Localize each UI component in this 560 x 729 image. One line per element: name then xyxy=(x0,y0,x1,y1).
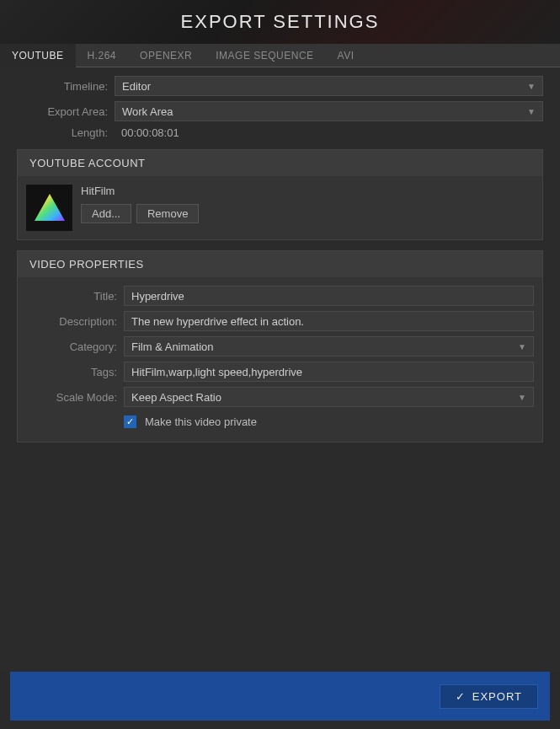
title-label: Title: xyxy=(26,290,117,303)
category-value: Film & Animation xyxy=(131,340,214,353)
timeline-select[interactable]: Editor ▼ xyxy=(115,76,543,96)
check-icon: ✓ xyxy=(126,416,134,427)
title-input[interactable]: Hyperdrive xyxy=(124,286,534,306)
tab-openexr[interactable]: OPENEXR xyxy=(128,44,204,67)
tab-avi[interactable]: AVI xyxy=(326,44,366,67)
footer-bar: ✓ EXPORT xyxy=(10,672,550,721)
length-value: 00:00:08:01 xyxy=(115,126,179,139)
scale-mode-select[interactable]: Keep Aspect Ratio ▼ xyxy=(124,387,534,407)
account-name: HitFilm xyxy=(81,185,199,197)
svg-marker-0 xyxy=(35,194,65,221)
export-area-select[interactable]: Work Area ▼ xyxy=(115,101,543,121)
tab-image-sequence[interactable]: IMAGE SEQUENCE xyxy=(204,44,325,67)
category-label: Category: xyxy=(26,340,117,353)
private-label: Make this video private xyxy=(145,415,257,428)
remove-account-button[interactable]: Remove xyxy=(136,204,199,223)
tags-input[interactable]: HitFilm,warp,light speed,hyperdrive xyxy=(124,362,534,382)
length-label: Length: xyxy=(17,126,108,139)
content-area: Timeline: Editor ▼ Export Area: Work Are… xyxy=(0,67,560,672)
title-value: Hyperdrive xyxy=(131,290,184,303)
tags-value: HitFilm,warp,light speed,hyperdrive xyxy=(131,366,302,378)
chevron-down-icon: ▼ xyxy=(527,107,536,116)
export-area-value: Work Area xyxy=(122,105,173,118)
scale-mode-value: Keep Aspect Ratio xyxy=(131,391,221,404)
check-icon: ✓ xyxy=(456,690,466,703)
tab-h264[interactable]: H.264 xyxy=(76,44,129,67)
description-input[interactable]: The new hyperdrive effect in action. xyxy=(124,311,534,331)
tags-label: Tags: xyxy=(26,366,117,378)
add-account-button[interactable]: Add... xyxy=(81,204,131,223)
youtube-account-panel: YOUTUBE ACCOUNT xyxy=(17,149,543,240)
timeline-value: Editor xyxy=(122,80,151,93)
title-bar: EXPORT SETTINGS xyxy=(0,0,560,44)
tab-youtube[interactable]: YOUTUBE xyxy=(0,44,76,67)
private-checkbox[interactable]: ✓ xyxy=(124,415,136,428)
timeline-label: Timeline: xyxy=(17,80,108,93)
video-properties-header: VIDEO PROPERTIES xyxy=(18,251,542,277)
video-properties-panel: VIDEO PROPERTIES Title: Hyperdrive Descr… xyxy=(17,250,543,442)
chevron-down-icon: ▼ xyxy=(518,342,526,351)
description-label: Description: xyxy=(26,315,117,328)
app-title: EXPORT SETTINGS xyxy=(181,11,380,33)
category-select[interactable]: Film & Animation ▼ xyxy=(124,336,534,356)
account-avatar xyxy=(26,185,72,231)
chevron-down-icon: ▼ xyxy=(518,393,526,402)
export-button[interactable]: ✓ EXPORT xyxy=(440,684,538,709)
export-button-label: EXPORT xyxy=(472,690,522,703)
chevron-down-icon: ▼ xyxy=(527,82,536,91)
export-area-label: Export Area: xyxy=(17,105,108,118)
description-value: The new hyperdrive effect in action. xyxy=(131,315,304,328)
youtube-account-header: YOUTUBE ACCOUNT xyxy=(18,150,542,176)
tab-bar: YOUTUBE H.264 OPENEXR IMAGE SEQUENCE AVI xyxy=(0,44,560,67)
scale-mode-label: Scale Mode: xyxy=(26,391,117,404)
